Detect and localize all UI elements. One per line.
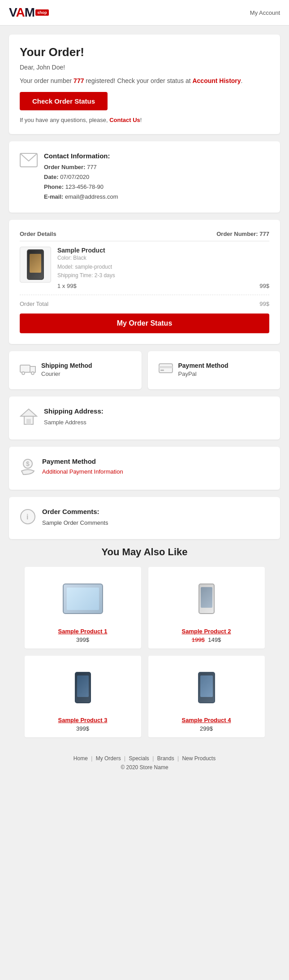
footer-copyright: © 2020 Store Name: [9, 764, 280, 771]
order-number-link[interactable]: 777: [73, 77, 84, 84]
payment-method-top-text: Payment Method PayPal: [178, 362, 229, 377]
order-details-card: Order Details Order Number: 777 Sample P…: [9, 220, 280, 344]
svg-rect-6: [159, 366, 173, 368]
shipping-address-card: Shipping Address: Sample Address: [9, 396, 280, 440]
product-qty: 1 x 99$: [57, 283, 77, 289]
logo-text: VAM: [9, 5, 35, 20]
product-price: 99$: [259, 283, 269, 289]
svg-point-4: [31, 372, 34, 375]
also-like-title: You May Also Like: [9, 546, 280, 558]
payment-method-top-value: PayPal: [178, 370, 229, 377]
product-qty-price: 1 x 99$ 99$: [57, 283, 269, 289]
shipping-method-text: Shipping Method Courier: [41, 362, 92, 377]
order-total-label: Order Total: [20, 301, 48, 307]
my-order-status-button[interactable]: My Order Status: [20, 314, 269, 333]
additional-payment-link[interactable]: Additional Payment Information: [42, 468, 123, 475]
payment-method-top-title: Payment Method: [178, 362, 229, 369]
footer-link-brands[interactable]: Brands: [157, 755, 174, 762]
product-details: Sample Product Color: Black Model: sampl…: [57, 247, 269, 289]
product-4-image: [184, 663, 229, 712]
shipping-address-content: Shipping Address: Sample Address: [44, 407, 104, 427]
your-order-card: Your Order! Dear, John Doe! Your order n…: [9, 35, 280, 134]
order-item-row: Sample Product Color: Black Model: sampl…: [20, 247, 269, 295]
product-card-1: Sample Product 1 399$: [25, 567, 141, 649]
payment-method-additional-card: $ Payment Method Additional Payment Info…: [9, 447, 280, 490]
truck-icon: [20, 363, 36, 379]
contact-us-link[interactable]: Contact Us: [109, 117, 140, 123]
order-total-row: Order Total 99$: [20, 301, 269, 307]
header: VAM shop My Account: [0, 0, 289, 26]
svg-rect-10: [26, 419, 31, 424]
svg-text:i: i: [26, 513, 28, 521]
product-1-price: 399$: [30, 636, 136, 643]
contact-info-details: Order Number: 777 Date: 07/07/2020 Phone…: [44, 162, 118, 202]
shipping-method-title: Shipping Method: [41, 362, 92, 369]
credit-card-icon: [159, 363, 173, 377]
phone-dark-icon: [198, 672, 215, 703]
main-content: Your Order! Dear, John Doe! Your order n…: [0, 26, 289, 746]
order-title: Your Order!: [20, 45, 269, 59]
order-comments-title: Order Comments:: [42, 508, 108, 515]
order-comments-card: i Order Comments: Sample Order Comments: [9, 497, 280, 539]
product-card-2: Sample Product 2 199$ 149$: [148, 567, 265, 649]
product-2-old-price: 199$: [192, 636, 205, 643]
contact-text: If you have any questions, please, Conta…: [20, 117, 269, 123]
svg-rect-7: [160, 370, 164, 371]
product-3-price: 399$: [30, 725, 136, 732]
check-order-status-button[interactable]: Check Order Status: [20, 92, 108, 110]
tablet-screen: [67, 588, 99, 610]
product-4-name[interactable]: Sample Product 4: [154, 717, 259, 723]
order-number-label: Order Number: 777: [216, 231, 269, 237]
payment-method-additional-title: Payment Method: [42, 457, 123, 465]
product-2-price: 199$ 149$: [154, 636, 259, 643]
product-thumbnail: [20, 247, 51, 283]
order-comments-content: Order Comments: Sample Order Comments: [42, 508, 108, 528]
footer-link-my-orders[interactable]: My Orders: [96, 755, 121, 762]
svg-point-3: [22, 372, 25, 375]
payment-method-additional-content: Payment Method Additional Payment Inform…: [42, 457, 123, 475]
product-3-name[interactable]: Sample Product 3: [30, 717, 136, 723]
order-details-label: Order Details: [20, 231, 56, 237]
order-text-end: .: [241, 77, 243, 84]
logo: VAM shop: [9, 5, 49, 20]
svg-rect-1: [20, 365, 30, 372]
product-image: [27, 249, 44, 280]
also-like-section: You May Also Like Sample Product 1 399$ …: [9, 546, 280, 737]
product-attributes: Color: Black Model: sample-product Shipp…: [57, 254, 269, 280]
order-text-pre: Your order number: [20, 77, 73, 84]
payment-method-top-card: Payment Method PayPal: [148, 351, 280, 389]
phone-samsung-icon: [75, 672, 91, 703]
my-account-link[interactable]: My Account: [250, 9, 280, 16]
products-grid: Sample Product 1 399$ Sample Product 2 1…: [9, 567, 280, 737]
footer-link-new-products[interactable]: New Products: [182, 755, 216, 762]
order-description: Your order number 777 registered! Check …: [20, 76, 269, 86]
product-card-3: Sample Product 3 399$: [25, 656, 141, 737]
shipping-method-card: Shipping Method Courier: [9, 351, 142, 389]
shipping-payment-row: Shipping Method Courier Payment Method P…: [9, 351, 280, 389]
shipping-method-content: Shipping Method Courier: [20, 362, 131, 379]
tablet-icon: [63, 584, 103, 614]
shipping-method-value: Courier: [41, 370, 92, 377]
footer-links: Home | My Orders | Specials | Brands | N…: [9, 755, 280, 762]
contact-info-content: Contact Information: Order Number: 777 D…: [44, 152, 118, 202]
product-2-name[interactable]: Sample Product 2: [154, 628, 259, 635]
product-1-image: [60, 574, 105, 623]
product-4-price: 299$: [154, 725, 259, 732]
shipping-address-value: Sample Address: [44, 418, 104, 427]
footer-link-specials[interactable]: Specials: [129, 755, 149, 762]
account-history-link[interactable]: Account History: [192, 77, 241, 84]
product-3-image: [60, 663, 105, 712]
order-details-header: Order Details Order Number: 777: [20, 231, 269, 241]
product-card-4: Sample Product 4 299$: [148, 656, 265, 737]
order-text-mid: registered! Check your order status at: [84, 77, 192, 84]
info-icon: i: [20, 509, 36, 528]
footer-link-home[interactable]: Home: [73, 755, 88, 762]
product-1-name[interactable]: Sample Product 1: [30, 628, 136, 635]
dollar-icon: $: [20, 458, 36, 479]
svg-text:$: $: [26, 460, 30, 467]
svg-marker-8: [21, 409, 37, 416]
footer: Home | My Orders | Specials | Brands | N…: [0, 746, 289, 780]
product-2-image: [184, 574, 229, 623]
order-comments-value: Sample Order Comments: [42, 518, 108, 528]
shipping-address-title: Shipping Address:: [44, 407, 104, 415]
